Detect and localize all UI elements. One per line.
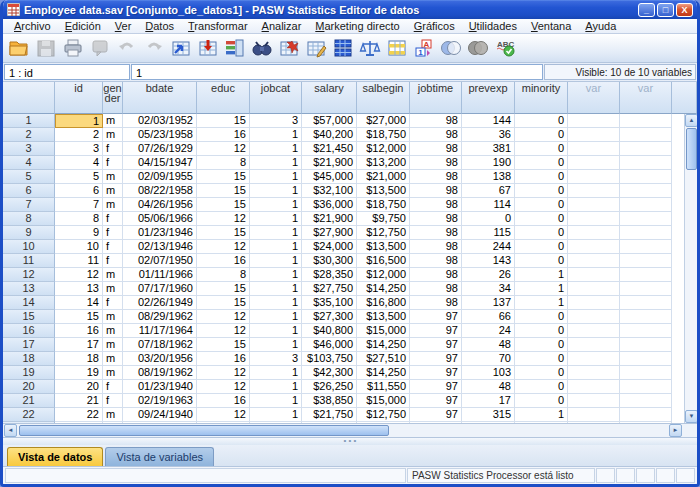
- cell[interactable]: [620, 226, 672, 240]
- cell[interactable]: 16: [197, 128, 250, 142]
- cell[interactable]: m: [103, 268, 123, 282]
- cell[interactable]: 1: [515, 268, 568, 282]
- cell[interactable]: 12: [197, 366, 250, 380]
- cell[interactable]: 138: [462, 170, 515, 184]
- cell[interactable]: 381: [462, 142, 515, 156]
- cell[interactable]: 07/18/1962: [123, 338, 197, 352]
- cell[interactable]: [620, 408, 672, 422]
- cell[interactable]: [568, 422, 620, 423]
- cell[interactable]: [568, 310, 620, 324]
- cell[interactable]: 98: [410, 268, 462, 282]
- cell[interactable]: 97: [410, 324, 462, 338]
- cell[interactable]: $42,300: [302, 366, 357, 380]
- cell[interactable]: 12: [197, 380, 250, 394]
- cell[interactable]: 13: [55, 282, 103, 296]
- cell[interactable]: 1: [515, 408, 568, 422]
- open-file-icon[interactable]: [6, 36, 32, 61]
- cell[interactable]: $14,250: [357, 366, 410, 380]
- row-header-19[interactable]: 19: [3, 366, 55, 380]
- cell[interactable]: $9,750: [357, 212, 410, 226]
- menu-item-ventana[interactable]: Ventana: [524, 20, 578, 32]
- row-header-7[interactable]: 7: [3, 198, 55, 212]
- cell[interactable]: f: [103, 212, 123, 226]
- cell[interactable]: $21,450: [302, 142, 357, 156]
- cell[interactable]: $40,800: [302, 324, 357, 338]
- tab-vista-de-variables[interactable]: Vista de variables: [105, 447, 214, 466]
- horizontal-scroll-thumb[interactable]: [19, 425, 389, 436]
- recall-dialogs-icon[interactable]: [87, 36, 113, 61]
- cell[interactable]: 98: [410, 240, 462, 254]
- cell[interactable]: 18: [55, 352, 103, 366]
- cell[interactable]: 8: [55, 212, 103, 226]
- cell[interactable]: 1: [250, 254, 302, 268]
- cell[interactable]: 09/24/1940: [123, 408, 197, 422]
- insert-variable-icon[interactable]: [303, 36, 329, 61]
- cell[interactable]: [620, 142, 672, 156]
- cell[interactable]: 12: [197, 142, 250, 156]
- cell[interactable]: 15: [197, 282, 250, 296]
- cell[interactable]: 0: [515, 156, 568, 170]
- row-header-21[interactable]: 21: [3, 394, 55, 408]
- cell[interactable]: f: [103, 380, 123, 394]
- cell[interactable]: $27,300: [302, 310, 357, 324]
- cell[interactable]: $27,750: [302, 282, 357, 296]
- cell[interactable]: [620, 184, 672, 198]
- cell[interactable]: 1: [250, 366, 302, 380]
- cell[interactable]: $13,500: [357, 240, 410, 254]
- cell[interactable]: 6: [55, 184, 103, 198]
- cell[interactable]: $27,510: [357, 352, 410, 366]
- cell[interactable]: $24,000: [302, 422, 357, 423]
- cell[interactable]: [620, 282, 672, 296]
- menu-item-ver[interactable]: Ver: [108, 20, 139, 32]
- cell[interactable]: 03/20/1956: [123, 352, 197, 366]
- cell[interactable]: 02/03/1952: [123, 114, 197, 128]
- column-header-salary[interactable]: salary: [302, 82, 357, 114]
- cell[interactable]: 98: [410, 170, 462, 184]
- cell[interactable]: [568, 254, 620, 268]
- cell[interactable]: [568, 366, 620, 380]
- scroll-up-icon[interactable]: ▲: [685, 114, 697, 127]
- cell[interactable]: 70: [462, 352, 515, 366]
- spell-check-icon[interactable]: ABC: [492, 36, 518, 61]
- vertical-scroll-thumb[interactable]: [686, 128, 697, 170]
- cell[interactable]: 05/23/1958: [123, 128, 197, 142]
- cell[interactable]: 0: [515, 394, 568, 408]
- cell[interactable]: 15: [197, 170, 250, 184]
- cell[interactable]: 23: [55, 422, 103, 423]
- cell[interactable]: 244: [462, 240, 515, 254]
- row-header-22[interactable]: 22: [3, 408, 55, 422]
- cell[interactable]: 02/19/1963: [123, 394, 197, 408]
- cell[interactable]: 97: [410, 422, 462, 423]
- cell[interactable]: 12: [55, 268, 103, 282]
- cell[interactable]: [568, 394, 620, 408]
- cell[interactable]: 1: [515, 296, 568, 310]
- cell[interactable]: 1: [250, 198, 302, 212]
- cell[interactable]: 115: [462, 226, 515, 240]
- row-header-6[interactable]: 6: [3, 184, 55, 198]
- cell[interactable]: 0: [515, 128, 568, 142]
- undo-icon[interactable]: [114, 36, 140, 61]
- row-header-14[interactable]: 14: [3, 296, 55, 310]
- cell[interactable]: 0: [515, 352, 568, 366]
- cell[interactable]: $32,100: [302, 184, 357, 198]
- cell[interactable]: 97: [410, 408, 462, 422]
- cell[interactable]: 98: [410, 198, 462, 212]
- scroll-left-icon[interactable]: ◄: [4, 424, 17, 437]
- cell[interactable]: 48: [462, 338, 515, 352]
- cell[interactable]: f: [103, 226, 123, 240]
- menu-item-datos[interactable]: Datos: [138, 20, 181, 32]
- cell[interactable]: [620, 366, 672, 380]
- cell[interactable]: 98: [410, 184, 462, 198]
- tab-vista-de-datos[interactable]: Vista de datos: [7, 447, 103, 466]
- cell[interactable]: 1: [250, 338, 302, 352]
- cell[interactable]: 07/17/1960: [123, 282, 197, 296]
- row-header-3[interactable]: 3: [3, 142, 55, 156]
- column-header-jobtime[interactable]: jobtime: [410, 82, 462, 114]
- column-header-gender[interactable]: gender: [103, 82, 123, 114]
- cell[interactable]: 98: [410, 226, 462, 240]
- cell[interactable]: 3: [250, 114, 302, 128]
- cell[interactable]: $12,750: [357, 226, 410, 240]
- scroll-down-icon[interactable]: ▼: [685, 410, 697, 423]
- cell[interactable]: 36: [462, 128, 515, 142]
- cell[interactable]: m: [103, 170, 123, 184]
